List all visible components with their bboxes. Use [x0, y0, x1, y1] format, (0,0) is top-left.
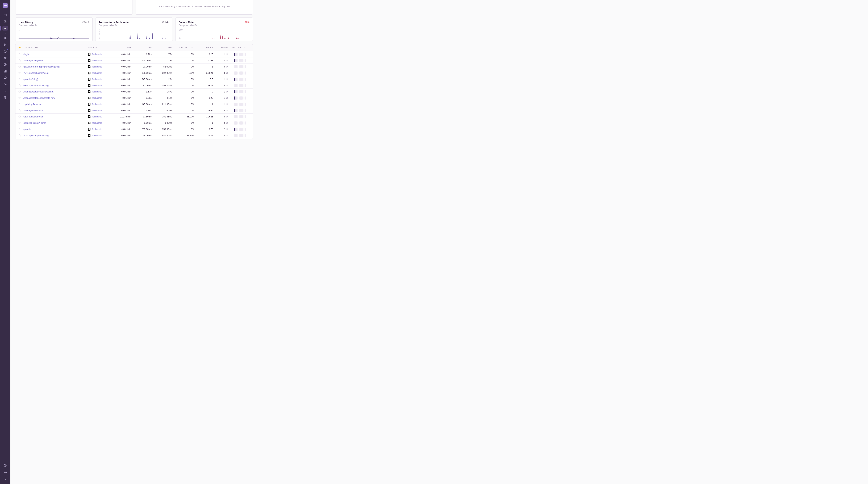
th-p50[interactable]: P50: [131, 47, 152, 49]
nav-settings-icon[interactable]: [2, 95, 8, 100]
metric-title-misery[interactable]: User Misery: [19, 21, 36, 24]
star-toggle[interactable]: [18, 84, 24, 87]
project-link[interactable]: Nflashcards: [88, 97, 110, 99]
transaction-link[interactable]: getServerSideProps (/practice/[slug]): [24, 65, 88, 68]
th-failure[interactable]: Failure Rate: [172, 47, 194, 49]
metric-subtitle: Compared to last 7d: [99, 24, 169, 27]
transaction-link[interactable]: /login: [24, 53, 88, 56]
transaction-link[interactable]: /practice: [24, 128, 88, 130]
project-link[interactable]: Nflashcards: [88, 116, 110, 118]
project-link[interactable]: Nflashcards: [88, 84, 110, 87]
metric-title-failure[interactable]: Failure Rate: [179, 21, 196, 24]
transaction-link[interactable]: /manage/flashcards: [24, 109, 88, 112]
project-link[interactable]: Nflashcards: [88, 128, 110, 131]
transaction-link[interactable]: GET /api/categories: [24, 116, 88, 118]
nav-projects-icon[interactable]: [2, 13, 8, 18]
nav-stats-icon[interactable]: [2, 89, 8, 93]
star-toggle[interactable]: [18, 109, 24, 112]
cell-misery: [228, 103, 246, 106]
transaction-link[interactable]: PUT /api/categories/[slug]: [24, 134, 88, 137]
cell-p95: 4.38s: [152, 109, 172, 112]
star-toggle[interactable]: [18, 103, 24, 106]
cell-p95: 358.25ms: [152, 84, 172, 87]
nav-dashboards-icon[interactable]: [2, 69, 8, 73]
project-link[interactable]: Nflashcards: [88, 59, 110, 62]
nav-releases-icon[interactable]: [2, 75, 8, 80]
star-toggle[interactable]: [18, 128, 24, 131]
misery-bar: [234, 96, 235, 100]
th-users[interactable]: Users: [213, 47, 228, 49]
svg-point-26: [227, 116, 227, 117]
nav-profiling-icon[interactable]: [2, 36, 8, 40]
svg-rect-9: [4, 71, 5, 72]
star-toggle[interactable]: [18, 53, 24, 56]
misery-bar: [234, 134, 235, 137]
misery-bar: [239, 96, 240, 100]
metric-card-failure: Failure Rate 9% Compared to last 7d 100%…: [176, 18, 253, 41]
star-toggle[interactable]: [18, 97, 24, 99]
transaction-link[interactable]: GET /api/flashcards/[slug]: [24, 84, 88, 87]
project-link[interactable]: Nflashcards: [88, 90, 110, 93]
cell-p50: 1.16s: [131, 109, 152, 112]
th-p95[interactable]: P95: [152, 47, 172, 49]
th-project[interactable]: Project: [88, 47, 110, 49]
project-link[interactable]: Nflashcards: [88, 109, 110, 112]
metric-value-failure: 9%: [245, 20, 249, 24]
misery-bar: [245, 96, 246, 100]
svg-point-19: [227, 72, 227, 73]
nav-issues-icon[interactable]: [2, 20, 8, 24]
th-tpm[interactable]: TPM: [110, 47, 131, 49]
star-toggle[interactable]: [18, 59, 24, 62]
transaction-link[interactable]: getInitialProps (/_error): [24, 122, 88, 124]
cell-tpm: <0.01/min: [110, 122, 131, 124]
nav-replays-icon[interactable]: [2, 42, 8, 47]
th-apdex[interactable]: Apdex: [194, 47, 213, 49]
top-card-right: Transactions may not be listed due to th…: [135, 0, 253, 14]
star-toggle[interactable]: [18, 72, 24, 74]
transaction-link[interactable]: /manage/categories/javascript: [24, 90, 88, 93]
star-toggle[interactable]: [18, 65, 24, 68]
nav-crons-icon[interactable]: [2, 49, 8, 54]
star-toggle[interactable]: [18, 90, 24, 93]
misery-bar: [242, 103, 243, 106]
transaction-link[interactable]: Updating flashcard: [24, 103, 88, 105]
misery-bar: [240, 122, 241, 125]
transaction-link[interactable]: /manage/categories/create-new: [24, 97, 88, 99]
org-avatar[interactable]: SD: [3, 3, 8, 8]
project-link[interactable]: Nflashcards: [88, 65, 110, 68]
nav-activity-icon[interactable]: [2, 82, 8, 87]
star-toggle[interactable]: [18, 116, 24, 118]
nav-performance-icon[interactable]: [2, 26, 8, 31]
misery-bar: [240, 96, 241, 100]
cell-misery: [228, 65, 246, 68]
page-content: Transactions may not be listed due to th…: [10, 0, 257, 141]
misery-bar: [244, 71, 244, 74]
cell-failure: 0%: [172, 103, 194, 105]
misery-bar: [238, 109, 238, 112]
transaction-link[interactable]: /practice/[slug]: [24, 78, 88, 80]
cell-p50: 0.00ms: [131, 122, 152, 124]
th-transaction[interactable]: Transaction: [24, 47, 88, 49]
metric-title-tpm[interactable]: Transactions Per Minute: [99, 21, 131, 24]
nav-discover-icon[interactable]: [2, 62, 8, 67]
project-link[interactable]: Nflashcards: [88, 103, 110, 106]
misery-bar: [240, 65, 241, 68]
project-link[interactable]: Nflashcards: [88, 53, 110, 56]
project-link[interactable]: Nflashcards: [88, 134, 110, 137]
project-link[interactable]: Nflashcards: [88, 78, 110, 80]
misery-bar: [245, 103, 246, 106]
star-toggle[interactable]: [18, 78, 24, 80]
table-row: /manage/categories/javascript Nflashcard…: [16, 89, 253, 95]
project-link[interactable]: Nflashcards: [88, 72, 110, 74]
nav-alerts-icon[interactable]: [2, 56, 8, 60]
transaction-link[interactable]: PUT /api/flashcards/[slug]: [24, 72, 88, 74]
th-misery[interactable]: User Misery: [228, 47, 246, 49]
cell-apdex: 0.4666: [194, 109, 213, 112]
project-link[interactable]: Nflashcards: [88, 122, 110, 124]
misery-bar: [238, 96, 238, 100]
star-toggle[interactable]: [18, 134, 24, 137]
star-column-header[interactable]: [18, 46, 24, 49]
transaction-link[interactable]: /manage/categories: [24, 59, 88, 62]
star-toggle[interactable]: [18, 122, 24, 124]
cell-failure: 0%: [172, 84, 194, 87]
